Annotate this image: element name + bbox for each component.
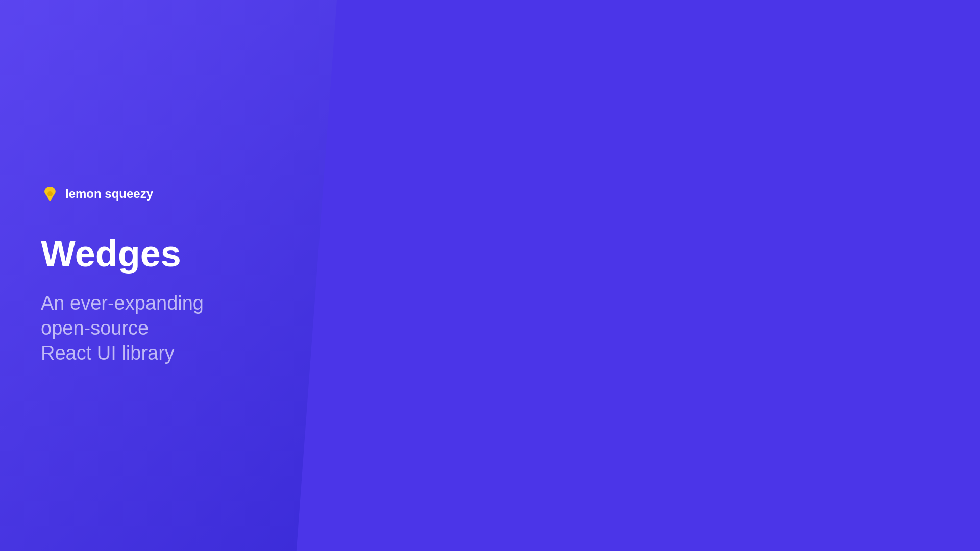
left-panel: lemon squeezy Wedges An ever-expanding o…: [0, 0, 337, 551]
subtitle: An ever-expanding open-source React UI l…: [41, 291, 296, 366]
svg-point-0: [47, 191, 53, 196]
logo: lemon squeezy: [41, 185, 296, 203]
main-title: Wedges: [41, 234, 296, 274]
logo-text: lemon squeezy: [65, 187, 153, 201]
logo-icon: [41, 185, 59, 203]
